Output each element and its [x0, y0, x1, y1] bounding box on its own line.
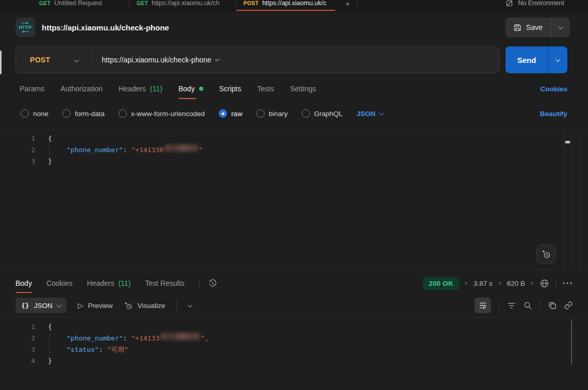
editor-scrollbar[interactable]: [564, 130, 571, 269]
radio-label: raw: [231, 110, 242, 118]
code-line: 3}: [0, 156, 588, 167]
tab-label: Authorization: [60, 85, 103, 93]
http-badge-label: HTTP: [19, 25, 31, 30]
copy-icon[interactable]: [548, 301, 557, 310]
request-body-editor[interactable]: 1{ 2"phone_number": "+141330" 3}: [0, 129, 588, 269]
status-badge[interactable]: 200 OK: [423, 277, 459, 290]
link-icon[interactable]: [564, 301, 573, 310]
http-request-icon: HTTP: [15, 18, 35, 37]
url-bar: POST https://api.xiaomu.uk/check-phone ↵: [15, 46, 499, 73]
radio-checked-icon: [219, 109, 227, 118]
response-tab-cookies[interactable]: Cookies: [46, 272, 73, 294]
response-toolbar: {} JSON ▷ Preview Visualize: [15, 296, 573, 315]
request-tabs: Params Authorization Headers (11) Body S…: [20, 77, 567, 100]
radio-binary[interactable]: binary: [256, 109, 288, 118]
separator-dot: [465, 282, 467, 284]
code-token: :: [123, 333, 132, 344]
sidebar-collapsed-handle[interactable]: [0, 51, 2, 74]
chevron-down-icon: [379, 110, 384, 116]
json-key: "status": [67, 344, 99, 355]
preview-label: Preview: [88, 302, 112, 310]
save-options-button[interactable]: [551, 26, 570, 29]
tab-scripts[interactable]: Scripts: [219, 77, 241, 100]
code-line: 1{: [0, 133, 588, 144]
search-icon[interactable]: [524, 301, 532, 310]
radio-graphql[interactable]: GraphQL: [302, 109, 343, 118]
divider: [499, 301, 499, 310]
language-dropdown[interactable]: JSON: [356, 110, 383, 118]
radio-form-data[interactable]: form-data: [62, 109, 105, 118]
new-tab-button[interactable]: +: [338, 0, 357, 8]
response-time[interactable]: 3.87 s: [473, 280, 493, 287]
radio-none[interactable]: none: [21, 109, 48, 118]
chevron-down-icon[interactable]: [188, 302, 193, 307]
send-button[interactable]: Send: [505, 56, 548, 64]
postbot-assistant-button[interactable]: [536, 245, 556, 264]
save-button[interactable]: Save: [505, 23, 551, 31]
visualize-button[interactable]: Visualize: [124, 301, 165, 310]
radio-x-www-form-urlencoded[interactable]: x-www-form-urlencoded: [119, 109, 205, 118]
method-selector-chevron[interactable]: [75, 56, 78, 64]
method-badge-post: POST: [243, 0, 258, 6]
radio-label: binary: [269, 110, 288, 118]
request-header: HTTP https://api.xiaomu.uk/check-phone S…: [0, 11, 588, 43]
response-size[interactable]: 620 B: [507, 280, 525, 287]
more-actions-icon[interactable]: [562, 282, 573, 285]
chevron-down-icon: [56, 302, 61, 307]
separator-dot: [499, 282, 501, 284]
beautify-link[interactable]: Beautify: [540, 110, 567, 118]
url-divider: [92, 53, 92, 67]
format-label: JSON: [34, 302, 53, 310]
api-client-window: GET Untitled Request GET https://api.xia…: [0, 0, 588, 390]
tab-divider: [357, 0, 357, 7]
response-tab-body-active[interactable]: Body: [15, 272, 32, 294]
tab-authorization[interactable]: Authorization: [60, 77, 103, 100]
code-token: }: [48, 355, 52, 367]
preview-button[interactable]: ▷ Preview: [78, 301, 113, 310]
url-input[interactable]: https://api.xiaomu.uk/check-phone: [102, 56, 211, 64]
response-history-icon[interactable]: [208, 279, 218, 288]
visualize-label: Visualize: [137, 302, 165, 310]
braces-icon: {}: [21, 302, 29, 310]
divider: [199, 279, 200, 288]
radio-label: GraphQL: [314, 110, 343, 118]
filter-icon[interactable]: [507, 302, 516, 310]
response-tab-test-results[interactable]: Test Results: [145, 272, 184, 294]
tab-settings[interactable]: Settings: [290, 77, 316, 100]
scrollbar-thumb[interactable]: [565, 141, 570, 143]
tab-tests[interactable]: Tests: [257, 77, 274, 100]
send-options-button[interactable]: [548, 58, 567, 62]
tab-body-active[interactable]: Body: [178, 77, 203, 100]
radio-circle-icon: [302, 109, 310, 118]
headers-count-badge: (11): [150, 85, 162, 93]
method-selector-value[interactable]: POST: [16, 56, 75, 64]
environment-selector[interactable]: No Environment: [505, 0, 564, 7]
network-globe-icon[interactable]: [540, 279, 549, 288]
radio-raw-selected[interactable]: raw: [219, 109, 242, 118]
divider: [540, 301, 541, 310]
response-meta-row: Body Cookies Headers (11) Test Results 2…: [15, 272, 573, 294]
response-tab-headers[interactable]: Headers (11): [87, 272, 131, 294]
request-tab-get-xiaomu[interactable]: GET https://api.xiaomu.uk/ch: [129, 0, 236, 11]
tab-headers[interactable]: Headers (11): [119, 77, 162, 100]
tab-label: https://api.xiaomu.uk/ch: [152, 0, 219, 7]
response-body-viewer[interactable]: 1{ 2"phone_number": "+14133", 3"status":…: [0, 317, 588, 390]
chevron-down-icon: [74, 57, 79, 62]
code-token: }: [48, 156, 52, 167]
scrollbar-thumb[interactable]: [571, 319, 572, 365]
chevron-down-icon: [556, 57, 561, 62]
cookies-link[interactable]: Cookies: [540, 85, 567, 93]
line-number: 1: [0, 321, 35, 333]
tab-params[interactable]: Params: [20, 77, 44, 100]
request-tab-untitled[interactable]: GET Untitled Request: [32, 0, 129, 11]
response-format-dropdown[interactable]: {} JSON: [15, 298, 67, 313]
indent-guide: [50, 144, 50, 156]
wrap-lines-toggle-active[interactable]: [475, 298, 491, 313]
tab-label: Untitled Request: [54, 0, 102, 7]
code-line: 2"phone_number": "+14133",: [0, 333, 588, 344]
modified-indicator-dot: [199, 87, 203, 91]
method-badge-get: GET: [39, 0, 51, 6]
active-tab-underline: [236, 10, 335, 11]
tab-label: Headers: [87, 279, 115, 287]
json-value: ": [199, 144, 203, 156]
